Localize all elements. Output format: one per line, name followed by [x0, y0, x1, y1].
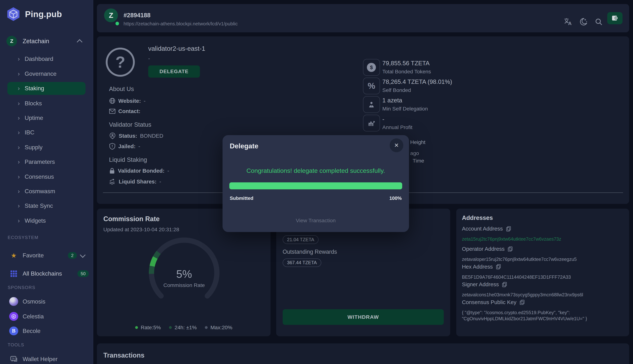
addresses-card: Addresses Account Address zeta15ruj2tc76… — [456, 209, 629, 336]
liquid-shares-icon — [109, 178, 116, 185]
sidebar-item-uptime[interactable]: ›Uptime — [7, 112, 86, 124]
sidebar-item-staking[interactable]: ›Staking — [7, 82, 86, 95]
star-icon: ★ — [9, 252, 19, 259]
commission-updated: Updated at 2023-10-04 20:31:28 — [103, 226, 179, 232]
annual-profit-icon — [363, 115, 380, 132]
shield-alert-icon — [109, 143, 116, 150]
section-ecosystem: ECOSYSTEM — [8, 235, 39, 240]
validator-bonded-value: - — [167, 168, 169, 174]
hex-address-label: Hex Address — [462, 264, 501, 270]
block-height[interactable]: #2894188 — [124, 12, 150, 19]
contact-row: Contact: — [109, 108, 141, 114]
zetachain-icon: Z — [7, 36, 17, 46]
min-self-delegation-icon — [363, 96, 380, 113]
favorite-count-badge: 2 — [68, 252, 77, 259]
modal-title: Delegate — [230, 142, 258, 150]
about-title: About Us — [109, 86, 134, 92]
consensus-pubkey-value: { "@type": "/cosmos.crypto.ed25519.PubKe… — [462, 310, 599, 322]
annual-profit-value: - — [382, 116, 384, 123]
brand[interactable]: Ping.pub — [6, 6, 62, 22]
sidebar-item-cosmwasm[interactable]: ›Cosmwasm — [7, 185, 86, 198]
hex-address-value: BE5F1D9A76F4604C1114404248EF13D1FFF72A33 — [462, 274, 625, 280]
sidebar-item-supply[interactable]: ›Supply — [7, 141, 86, 154]
delegate-modal: Delegate ✕ Congratulations! delegate com… — [223, 135, 409, 232]
validator-avatar: ? — [106, 48, 135, 77]
sidebar-item-widgets[interactable]: ›Widgets — [7, 214, 86, 227]
sidebar-item-blocks[interactable]: ›Blocks — [7, 97, 86, 110]
liquid-shares-value: - — [160, 178, 161, 185]
status-row: Status: BONDED — [109, 132, 163, 139]
close-icon[interactable]: ✕ — [390, 138, 403, 152]
total-bonded-label: Total Bonded Tokens — [382, 68, 431, 75]
chevron-right-icon: › — [18, 56, 20, 62]
progress-label: Submitted — [230, 196, 253, 201]
validator-bonded-row: Validator Bonded: - — [109, 168, 169, 174]
total-bonded-icon: $ — [363, 59, 380, 76]
sidebar-item-favorite[interactable]: ★ Favorite 2 — [0, 249, 93, 262]
blockchains-count-badge: 50 — [78, 270, 89, 277]
section-sponsors: SPONSORS — [8, 285, 36, 290]
person-pin-icon — [109, 132, 116, 139]
sidebar-item-all-blockchains[interactable]: All Blockchains 50 — [0, 267, 93, 280]
chevron-right-icon: › — [18, 188, 20, 194]
sidebar-item-wallet-helper[interactable]: ?! Wallet Helper — [0, 353, 93, 364]
chevron-up-icon — [77, 39, 82, 45]
outstanding-rewards-label: Outstanding Rewards — [283, 248, 337, 255]
translate-icon[interactable]: A — [564, 17, 572, 26]
commission-center-label: Commission Rate — [140, 282, 229, 288]
chevron-right-icon: › — [18, 144, 20, 150]
sidebar-item-ibc[interactable]: ›IBC — [7, 126, 86, 139]
osmosis-icon — [9, 297, 18, 306]
lock-icon — [109, 168, 115, 174]
progress-percent: 100% — [389, 196, 402, 201]
mail-icon — [109, 108, 116, 114]
sidebar-item-state-sync[interactable]: ›State Sync — [7, 200, 86, 212]
sidebar-item-celestia[interactable]: Celestia — [0, 310, 93, 323]
self-bonded-value: 78,265.4 TZETA (98.01%) — [382, 78, 452, 85]
status-value: BONDED — [140, 133, 163, 139]
consensus-pubkey-label: Consensus Public Key — [462, 299, 524, 305]
operator-address-value: zetavaloper15ruj2tc76pnj9xtw64utktee7cc7… — [462, 256, 625, 262]
grid-icon — [9, 270, 19, 278]
copy-icon[interactable] — [506, 226, 511, 232]
sidebar-item-consensus[interactable]: ›Consensus — [7, 170, 86, 183]
success-message: Congratulations! delegate completed succ… — [223, 167, 409, 174]
chevron-down-icon — [80, 252, 86, 258]
outstanding-amount-pill: 367.44 TZETA — [283, 258, 321, 267]
liquid-shares-row: Liquid Shares: - — [109, 178, 161, 185]
chevron-right-icon: › — [18, 203, 20, 209]
section-tools: TOOLS — [8, 342, 24, 348]
self-bonded-label: Self Bonded — [382, 87, 411, 93]
min-self-delegation-label: Min Self Delegation — [382, 106, 428, 112]
svg-text:?!: ?! — [12, 357, 15, 360]
pingpub-logo-icon — [6, 6, 21, 22]
sidebar-item-dashboard[interactable]: ›Dashboard — [7, 52, 86, 65]
sidebar-item-osmosis[interactable]: Osmosis — [0, 295, 93, 308]
legend-rate-dot — [135, 326, 138, 329]
copy-icon[interactable] — [520, 300, 524, 305]
website-value[interactable]: - — [144, 98, 146, 104]
copy-icon[interactable] — [496, 264, 501, 269]
commission-rate-value: 5% — [140, 268, 229, 280]
sidebar-item-zetachain[interactable]: Z Zetachain — [4, 34, 89, 48]
svg-text:A: A — [568, 20, 571, 26]
sidebar-item-becole[interactable]: B Becole — [0, 324, 93, 337]
total-bonded-value: 79,855.56 TZETA — [382, 60, 430, 67]
endpoint-url[interactable]: https://zetachain-athens.blockpi.network… — [124, 21, 238, 27]
chevron-right-icon: › — [18, 159, 20, 165]
view-transaction-link[interactable]: View Transaction — [223, 218, 409, 224]
copy-icon[interactable] — [502, 282, 507, 287]
search-icon[interactable] — [595, 18, 603, 26]
wallet-button[interactable] — [607, 12, 622, 24]
min-self-delegation-value: 1 azeta — [382, 97, 402, 104]
legend-24h-dot — [169, 326, 172, 329]
withdraw-button[interactable]: WITHDRAW — [283, 309, 444, 325]
sidebar-item-governance[interactable]: ›Governance — [7, 68, 86, 80]
account-address-value[interactable]: zeta15ruj2tc76pnj9xtw64utktee7cc7w6vzaes… — [462, 236, 625, 242]
topbar: Z #2894188 https://zetachain-athens.bloc… — [97, 4, 629, 32]
delegate-button[interactable]: DELEGATE — [148, 66, 200, 78]
dark-mode-moon-icon[interactable] — [579, 17, 588, 26]
copy-icon[interactable] — [508, 246, 512, 252]
sidebar-item-parameters[interactable]: ›Parameters — [7, 155, 86, 168]
website-row: Website: - — [109, 98, 146, 104]
